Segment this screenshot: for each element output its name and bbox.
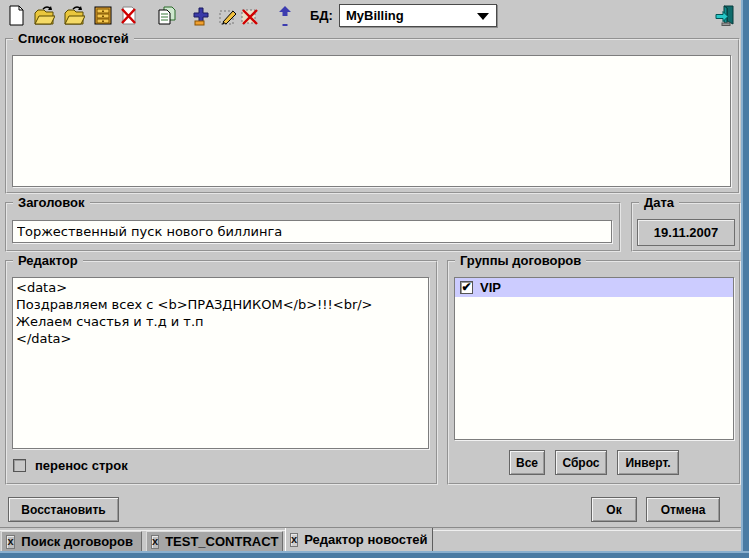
news-list-title: Список новостей [13, 31, 134, 46]
tab-test-contract[interactable]: x TEST_CONTRACT [146, 531, 283, 552]
wrap-lines-checkbox[interactable] [13, 459, 26, 472]
wrap-lines-label: перенос строк [35, 458, 128, 473]
select-all-button[interactable]: Все [509, 450, 545, 475]
delete-item-icon[interactable] [238, 4, 260, 26]
editor-groupbox: Редактор <data> Поздравляем всех с <b>ПР… [5, 260, 438, 485]
news-list[interactable] [12, 55, 731, 187]
open-folder-alt-icon[interactable] [63, 4, 85, 26]
close-icon[interactable]: x [290, 533, 298, 547]
exit-icon[interactable] [713, 3, 737, 27]
db-select-value: MyBilling [346, 8, 404, 23]
tab-label: Редактор новостей [304, 532, 427, 547]
invert-button[interactable]: Инверт. [617, 450, 679, 475]
list-item-vip[interactable]: VIP [455, 278, 733, 297]
open-folder-icon[interactable] [33, 4, 55, 26]
window-frame-bottom [0, 551, 749, 558]
db-label: БД: [310, 8, 333, 23]
header-groupbox: Заголовок [5, 202, 621, 252]
edit-item-icon[interactable] [216, 4, 238, 26]
contract-groups-title: Группы договоров [455, 253, 586, 268]
contract-groups-list[interactable]: VIP [454, 277, 734, 440]
news-editor-window: БД: MyBilling Список новостей Заголовок … [0, 0, 749, 558]
tab-label: TEST_CONTRACT [165, 534, 278, 549]
drawer-icon[interactable] [92, 4, 114, 26]
date-title: Дата [639, 195, 679, 210]
vip-checkbox[interactable] [460, 281, 473, 294]
refresh-icon[interactable] [274, 4, 296, 26]
delete-document-icon[interactable] [118, 4, 140, 26]
header-title: Заголовок [13, 195, 90, 210]
header-input[interactable] [12, 220, 612, 243]
chevron-down-icon [477, 13, 489, 20]
close-icon[interactable]: x [6, 535, 15, 549]
new-document-icon[interactable] [5, 4, 27, 26]
tab-news-editor[interactable]: x Редактор новостей [285, 528, 433, 552]
main-toolbar: БД: MyBilling [0, 0, 741, 30]
tab-label: Поиск договоров [21, 534, 133, 549]
contract-groups-groupbox: Группы договоров VIP Все Сброс Инверт. [447, 260, 741, 485]
vip-label: VIP [480, 280, 501, 295]
close-icon[interactable]: x [151, 535, 159, 549]
restore-button[interactable]: Восстановить [8, 497, 119, 522]
news-list-groupbox: Список новостей [5, 38, 740, 194]
copy-document-icon[interactable] [155, 4, 177, 26]
cancel-button[interactable]: Отмена [646, 497, 720, 522]
editor-title: Редактор [13, 253, 83, 268]
db-select[interactable]: MyBilling [339, 4, 497, 27]
date-groupbox: Дата 19.11.2007 [631, 202, 741, 252]
add-item-icon[interactable] [190, 4, 212, 26]
window-frame-right [741, 0, 749, 558]
reset-button[interactable]: Сброс [555, 450, 607, 475]
date-field[interactable]: 19.11.2007 [637, 219, 735, 246]
ok-button[interactable]: Ок [591, 497, 637, 522]
editor-textarea[interactable]: <data> Поздравляем всех с <b>ПРАЗДНИКОМ<… [12, 277, 429, 449]
tab-contract-search[interactable]: x Поиск договоров [1, 531, 142, 552]
